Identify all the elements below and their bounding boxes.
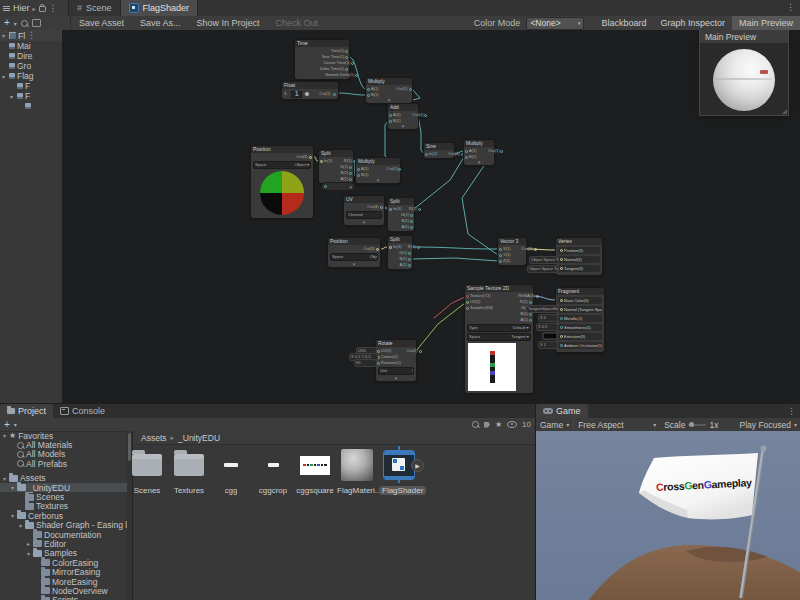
node-dropdown[interactable]: ChannelUV0 ▾ xyxy=(346,211,382,219)
expand-arrow-icon[interactable]: ▸ xyxy=(33,5,36,12)
asset-cggsquare[interactable]: cggsquare xyxy=(295,449,335,499)
block-port-row[interactable]: Position(3) xyxy=(558,247,600,254)
port-dot-icon[interactable] xyxy=(499,260,502,263)
graph-node-sample-texture-2d[interactable]: Sample Texture 2DTexture(T2)RGBA(4)UV(2)… xyxy=(465,285,533,393)
graph-inspector-toggle[interactable]: Graph Inspector xyxy=(653,16,732,30)
hidden-items-eye-icon[interactable] xyxy=(507,421,517,428)
default-input-pill[interactable]: 90 xyxy=(355,360,376,366)
foldout-icon[interactable]: ▾ xyxy=(18,522,23,529)
tree-item--unityedu[interactable]: ▾_UnityEDU xyxy=(0,483,127,492)
port-dot-icon[interactable] xyxy=(417,246,420,249)
port-dot-icon[interactable] xyxy=(309,156,312,159)
foldout-icon[interactable]: ▾ xyxy=(10,93,15,100)
port-dot-icon[interactable] xyxy=(410,226,413,229)
foldout-icon[interactable]: ▾ xyxy=(2,475,7,482)
kebab-menu-icon[interactable]: ⋮ xyxy=(49,4,58,13)
asset-textures[interactable]: Textures xyxy=(169,449,209,499)
filter-icon[interactable] xyxy=(32,19,41,27)
main-preview-window[interactable]: Main Preview xyxy=(700,30,788,115)
foldout-icon[interactable]: ▾ xyxy=(2,73,7,80)
port-dot-icon[interactable] xyxy=(466,307,469,310)
foldout-icon[interactable]: ▸ xyxy=(26,540,31,547)
graph-wire[interactable] xyxy=(338,93,366,95)
port-dot-icon[interactable] xyxy=(376,248,379,251)
game-kebab-icon[interactable]: ⋮ xyxy=(782,404,800,418)
lock-icon[interactable] xyxy=(39,6,46,12)
port-dot-icon[interactable] xyxy=(560,258,563,261)
main-preview-toggle[interactable]: Main Preview xyxy=(732,16,800,30)
hierarchy-item[interactable]: Dire xyxy=(0,51,62,61)
port-dot-icon[interactable] xyxy=(560,335,563,338)
default-input-pill[interactable]: X 0.5 xyxy=(537,324,557,330)
node-dropdown[interactable]: UnitDegrees ▾ xyxy=(378,367,414,375)
expand-subasset-button[interactable]: ▶ xyxy=(412,460,423,471)
blackboard-toggle[interactable]: Blackboard xyxy=(594,16,653,30)
tab-flagshader[interactable]: FlagShader xyxy=(121,0,199,16)
hierarchy-item[interactable]: F xyxy=(0,81,62,91)
graph-node-rotate[interactable]: RotateUV(2)Out(2)Center(2)Rotation(1)Uni… xyxy=(376,340,416,381)
node-dropdown[interactable]: SpaceObject ▾ xyxy=(330,253,378,261)
default-input-pill[interactable] xyxy=(543,333,557,339)
port-dot-icon[interactable] xyxy=(333,93,336,96)
tree-item-scripts[interactable]: Scripts xyxy=(0,596,127,600)
block-port-row[interactable]: Base Color(3) xyxy=(558,297,602,304)
tab-console[interactable]: Console xyxy=(53,404,112,418)
float-value[interactable]: 1 xyxy=(291,91,302,98)
shadergraph-canvas[interactable]: TimeTime(1)Sine Time(1)Cosine Time(1)Del… xyxy=(62,30,800,403)
foldout-icon[interactable]: ▾ xyxy=(2,32,7,39)
graph-node-uv[interactable]: UVOut(4)ChannelUV0 ▾▾ xyxy=(344,196,384,225)
port-dot-icon[interactable] xyxy=(534,248,537,251)
graph-node-multiply[interactable]: MultiplyA(1)Out(1)B(1)▾ xyxy=(366,78,412,103)
play-focused-dropdown[interactable]: Play Focused ▾ xyxy=(735,418,800,431)
default-input-pill[interactable]: X 1 xyxy=(539,342,557,348)
color-swatch[interactable] xyxy=(544,334,556,338)
port-dot-icon[interactable] xyxy=(418,208,421,211)
graph-node-pill[interactable]: ▾ xyxy=(322,183,354,190)
port-dot-icon[interactable] xyxy=(536,295,539,298)
create-dropdown-icon[interactable]: ▾ xyxy=(14,421,17,428)
port-dot-icon[interactable] xyxy=(560,308,563,311)
add-button[interactable]: + xyxy=(4,18,10,28)
game-viewport[interactable]: CrossGenGameplay xyxy=(536,431,800,600)
check-out-button[interactable]: Check Out xyxy=(268,16,327,30)
tree-item-documentation[interactable]: Documentation xyxy=(0,530,127,539)
color-mode-dropdown[interactable]: <None> ▾ xyxy=(526,17,584,30)
tree-item-all-models[interactable]: All Models xyxy=(0,450,127,459)
port-dot-icon[interactable] xyxy=(367,94,370,97)
graph-wire[interactable] xyxy=(412,247,498,249)
collapse-chevron-icon[interactable]: ▾ xyxy=(376,376,416,380)
port-dot-icon[interactable] xyxy=(560,267,563,270)
menu-icon[interactable] xyxy=(3,6,10,11)
port-dot-icon[interactable] xyxy=(320,160,323,163)
tree-item-coloreasing[interactable]: ColorEasing xyxy=(0,558,127,567)
tab-game[interactable]: Game xyxy=(536,404,588,418)
graph-wire[interactable] xyxy=(462,151,498,255)
create-button[interactable]: + xyxy=(4,420,10,430)
port-dot-icon[interactable] xyxy=(560,326,563,329)
hierarchy-item[interactable]: Gro xyxy=(0,61,62,71)
block-port-row[interactable]: Normal(3) xyxy=(558,256,600,263)
hierarchy-item[interactable]: ▾Flag xyxy=(0,71,62,81)
scene-kebab-icon[interactable]: ⋮ xyxy=(27,31,36,40)
asset-cgg[interactable]: cgg xyxy=(211,449,251,499)
graph-wire[interactable] xyxy=(380,247,388,249)
window-kebab-icon[interactable]: ⋮ xyxy=(781,0,800,16)
default-input-pill[interactable]: X 0 xyxy=(539,315,557,321)
display-dropdown[interactable]: Game ▾ xyxy=(536,418,573,431)
default-input-pill[interactable]: Object Space Tangent xyxy=(528,266,558,272)
graph-node-vector-3[interactable]: Vector 3X(1)Out(3)Y(1)Z(1) xyxy=(498,238,526,265)
block-port-row[interactable]: Normal (Tangent Space)(3) xyxy=(558,306,602,313)
port-dot-icon[interactable] xyxy=(425,153,428,156)
graph-node-sine[interactable]: SineIn(1)Out(1) xyxy=(424,143,454,158)
node-dropdown[interactable]: TypeDefault ▾ xyxy=(467,324,531,332)
tree-item-nodeoverview[interactable]: NodeOverview xyxy=(0,586,127,595)
tree-item-shader-graph-easing-l[interactable]: ▾Shader Graph - Easing l xyxy=(0,521,127,530)
block-port-row[interactable]: Ambient Occlusion(1) xyxy=(558,342,602,349)
tree-item-mirroreasing[interactable]: MirrorEasing xyxy=(0,567,127,576)
graph-node-vertex[interactable]: VertexPosition(3)Normal(3)Tangent(3) xyxy=(556,238,602,275)
graph-wire[interactable] xyxy=(412,258,498,261)
tree-item-favorites[interactable]: ▾★Favorites xyxy=(0,431,127,440)
port-dot-icon[interactable] xyxy=(380,206,383,209)
foldout-icon[interactable]: ▾ xyxy=(10,484,15,491)
show-in-project-button[interactable]: Show In Project xyxy=(189,16,268,30)
